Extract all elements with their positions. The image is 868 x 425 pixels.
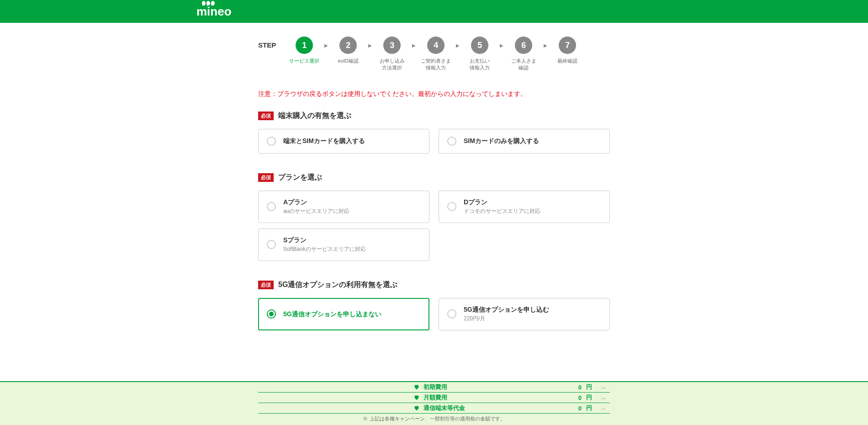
- radio-icon: [267, 137, 276, 146]
- option-5g-no[interactable]: 5G通信オプションを申し込まない: [258, 298, 429, 330]
- chevron-up-icon[interactable]: ︿: [601, 394, 606, 401]
- step-arrow-icon: ▶: [456, 37, 460, 48]
- section-5g: 必須 5G通信オプションの利用有無を選ぶ 5G通信オプションを申し込まない 5G…: [258, 280, 610, 330]
- step-2: 2 eoID確認: [332, 37, 365, 64]
- summary-row-device: 通信端末等代金 0 円 ︿: [258, 403, 610, 404]
- summary-row-monthly: 月額費用 0 円 ︿: [258, 393, 610, 403]
- option-terminal-with-sim[interactable]: 端末とSIMカードを購入する: [258, 129, 429, 154]
- radio-icon: [267, 309, 276, 319]
- section-title: プランを選ぶ: [278, 173, 322, 182]
- warning-text: 注意：ブラウザの戻るボタンは使用しないでください。最初からの入力になってしまいま…: [258, 90, 610, 98]
- cost-summary: 初期費用 0 円 ︿ 月額費用 0 円 ︿ 通信端末等代金 0 円 ︿ ※ 上記…: [0, 381, 868, 404]
- chevron-up-icon[interactable]: ︿: [601, 384, 606, 391]
- radio-icon: [447, 202, 456, 211]
- option-plan-d[interactable]: Dプラン ドコモのサービスエリアに対応: [439, 191, 610, 223]
- option-plan-a[interactable]: Aプラン auのサービスエリアに対応: [258, 191, 429, 223]
- stepper: STEP 1 サービス選択 ▶ 2 eoID確認 ▶ 3 お申し込み方法選択 ▶…: [258, 37, 610, 72]
- step-arrow-icon: ▶: [412, 37, 416, 48]
- step-4: 4 ご契約者さま情報入力: [419, 37, 452, 72]
- heart-icon: [413, 384, 420, 390]
- radio-icon: [447, 309, 456, 319]
- step-arrow-icon: ▶: [324, 37, 328, 48]
- summary-row-initial: 初期費用 0 円 ︿: [258, 382, 610, 393]
- heart-icon: [413, 394, 420, 401]
- section-title: 5G通信オプションの利用有無を選ぶ: [278, 280, 397, 290]
- step-arrow-icon: ▶: [544, 37, 547, 48]
- required-badge: 必須: [258, 173, 274, 182]
- option-sim-only[interactable]: SIMカードのみを購入する: [439, 129, 610, 154]
- section-terminal: 必須 端末購入の有無を選ぶ 端末とSIMカードを購入する SIMカードのみを購入…: [258, 111, 610, 154]
- step-arrow-icon: ▶: [500, 37, 503, 48]
- step-label: STEP: [258, 37, 276, 49]
- option-plan-s[interactable]: Sプラン SoftBankのサービスエリアに対応: [258, 228, 429, 261]
- section-title: 端末購入の有無を選ぶ: [278, 111, 351, 121]
- required-badge: 必須: [258, 112, 274, 120]
- step-7: 7 最終確認: [551, 37, 584, 64]
- radio-icon: [447, 137, 456, 146]
- brand-logo: mineo: [196, 5, 232, 19]
- radio-icon: [267, 202, 276, 211]
- brand-text: mineo: [196, 5, 232, 18]
- option-5g-yes[interactable]: 5G通信オプションを申し込む 220円/月: [439, 298, 610, 330]
- section-plan: 必須 プランを選ぶ Aプラン auのサービスエリアに対応 Dプラン ドコモのサー…: [258, 173, 610, 261]
- radio-icon: [267, 240, 276, 249]
- required-badge: 必須: [258, 281, 274, 289]
- step-3: 3 お申し込み方法選択: [376, 37, 408, 72]
- step-5: 5 お支払い情報入力: [463, 37, 496, 72]
- header: mineo: [0, 0, 868, 23]
- step-6: 6 ご本人さま確認: [507, 37, 540, 72]
- step-1: 1 サービス選択: [288, 37, 321, 64]
- step-arrow-icon: ▶: [368, 37, 372, 48]
